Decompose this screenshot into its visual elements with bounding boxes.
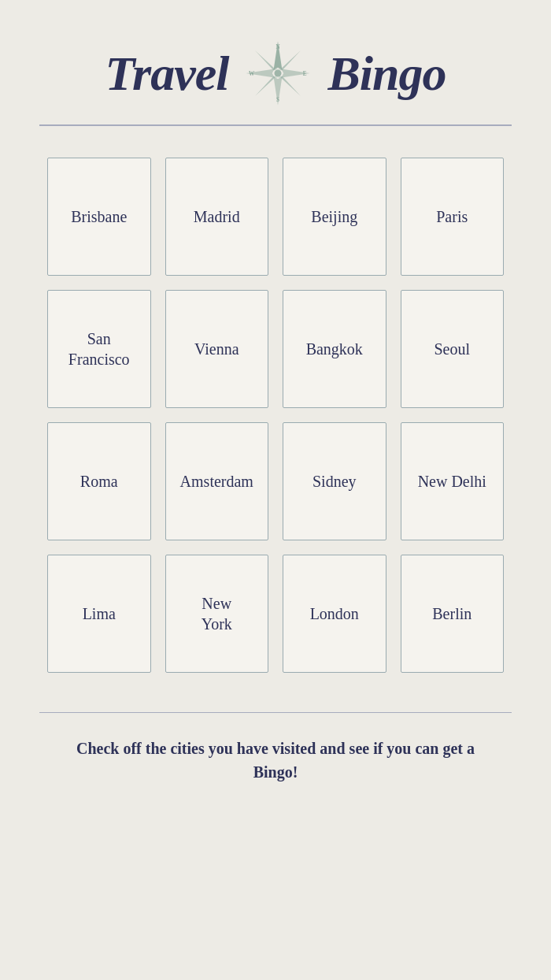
bingo-cell-london[interactable]: London [283, 555, 386, 673]
bingo-cell-label-vienna: Vienna [188, 332, 246, 366]
bingo-cell-label-madrid: Madrid [187, 200, 246, 233]
bingo-grid: BrisbaneMadridBeijingParisSan FranciscoV… [0, 126, 551, 704]
bingo-cell-amsterdam[interactable]: Amsterdam [165, 422, 269, 540]
bingo-cell-vienna[interactable]: Vienna [165, 290, 269, 408]
bingo-cell-label-new-york: New York [195, 587, 239, 640]
footer-text: Check off the cities you have visited an… [0, 737, 551, 823]
bingo-cell-san-francisco[interactable]: San Francisco [47, 290, 151, 408]
bingo-cell-label-bangkok: Bangkok [300, 332, 369, 366]
bingo-cell-lima[interactable]: Lima [47, 555, 151, 673]
bingo-cell-label-brisbane: Brisbane [65, 200, 133, 233]
svg-text:E: E [303, 71, 307, 77]
bingo-cell-label-paris: Paris [430, 200, 474, 233]
bingo-cell-label-amsterdam: Amsterdam [174, 465, 260, 498]
bingo-cell-sidney[interactable]: Sidney [283, 422, 386, 540]
bingo-cell-madrid[interactable]: Madrid [165, 158, 269, 276]
bingo-cell-bangkok[interactable]: Bangkok [283, 290, 386, 408]
bingo-cell-label-sidney: Sidney [306, 465, 363, 498]
header-divider [39, 124, 512, 126]
bingo-cell-label-lima: Lima [76, 597, 122, 630]
page-header: Travel N S W E Bingo [0, 0, 551, 124]
bingo-cell-new-delhi[interactable]: New Delhi [401, 422, 505, 540]
bingo-cell-new-york[interactable]: New York [165, 555, 269, 673]
title-bingo: Bingo [327, 46, 446, 102]
bingo-cell-label-berlin: Berlin [426, 597, 478, 630]
bingo-cell-paris[interactable]: Paris [401, 158, 505, 276]
bingo-cell-label-san-francisco: San Francisco [62, 322, 136, 376]
bingo-cell-label-roma: Roma [74, 465, 124, 498]
compass-icon: N S W E [242, 38, 313, 109]
svg-text:S: S [276, 97, 279, 103]
bingo-cell-label-london: London [304, 597, 365, 630]
svg-text:N: N [276, 44, 281, 50]
bingo-cell-beijing[interactable]: Beijing [283, 158, 386, 276]
bingo-cell-brisbane[interactable]: Brisbane [47, 158, 151, 276]
svg-text:W: W [250, 71, 256, 77]
svg-point-12 [275, 70, 282, 77]
footer-divider [39, 712, 512, 714]
bingo-cell-label-new-delhi: New Delhi [412, 465, 493, 498]
bingo-cell-label-seoul: Seoul [427, 332, 476, 366]
title-travel: Travel [105, 46, 228, 102]
bingo-cell-berlin[interactable]: Berlin [401, 555, 505, 673]
bingo-cell-seoul[interactable]: Seoul [401, 290, 505, 408]
bingo-cell-label-beijing: Beijing [305, 200, 364, 233]
bingo-cell-roma[interactable]: Roma [47, 422, 151, 540]
